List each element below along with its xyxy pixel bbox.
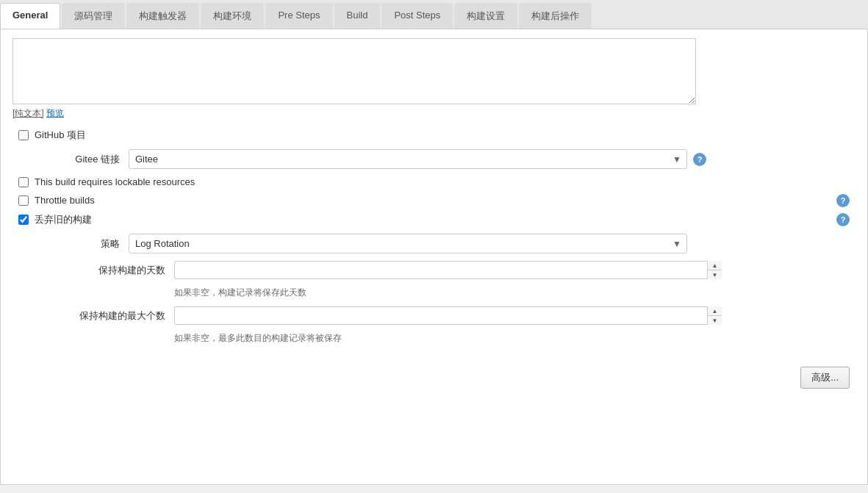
gitee-link-select[interactable]: Gitee	[129, 149, 687, 169]
throttle-builds-label: Throttle builds	[35, 195, 95, 206]
keep-days-input[interactable]	[174, 261, 722, 279]
tab-source[interactable]: 源码管理	[62, 3, 125, 29]
discard-old-builds-label: 丢弃旧的构建	[35, 213, 92, 226]
tab-trigger[interactable]: 构建触发器	[126, 3, 199, 29]
tab-build[interactable]: Build	[334, 3, 381, 29]
textarea-links: [纯文本] 预览	[12, 107, 856, 120]
description-textarea[interactable]	[12, 38, 696, 104]
keep-days-decrement-button[interactable]: ▼	[708, 270, 722, 279]
description-section: [纯文本] 预览	[12, 38, 856, 120]
keep-days-increment-button[interactable]: ▲	[708, 261, 722, 270]
discard-help-icon[interactable]: ?	[836, 213, 850, 226]
keep-days-spinbox: ▲ ▼	[174, 261, 722, 279]
gitee-link-select-wrapper: Gitee ▼	[129, 149, 687, 169]
strategy-select-wrapper: Log Rotation ▼	[129, 234, 687, 253]
github-project-row: GitHub 项目	[12, 129, 856, 142]
strategy-select[interactable]: Log Rotation	[129, 234, 687, 253]
tab-settings[interactable]: 构建设置	[454, 3, 517, 29]
keep-days-hint: 如果非空，构建记录将保存此天数	[12, 287, 856, 299]
tab-presteps[interactable]: Pre Steps	[265, 3, 332, 29]
advanced-button[interactable]: 高级...	[800, 367, 850, 389]
gitee-link-label: Gitee 链接	[18, 153, 129, 166]
keep-days-spinbox-buttons: ▲ ▼	[707, 261, 722, 279]
keep-max-hint: 如果非空，最多此数目的构建记录将被保存	[12, 332, 856, 345]
discard-old-builds-row: 丢弃旧的构建 ?	[12, 213, 856, 226]
discard-old-builds-checkbox[interactable]	[18, 215, 29, 225]
tab-poststeps[interactable]: Post Steps	[381, 3, 453, 29]
content-area: [纯文本] 预览 GitHub 项目 Gitee 链接 Gitee ▼ ? Th…	[0, 29, 868, 485]
keep-max-decrement-button[interactable]: ▼	[708, 316, 722, 325]
keep-max-label: 保持构建的最大个数	[57, 309, 174, 323]
strategy-label: 策略	[18, 237, 129, 251]
preview-link[interactable]: 预览	[46, 108, 64, 118]
gitee-link-row: Gitee 链接 Gitee ▼ ?	[12, 149, 856, 169]
plain-text-link[interactable]: [纯文本]	[12, 108, 44, 118]
github-project-checkbox[interactable]	[18, 130, 29, 140]
keep-max-increment-button[interactable]: ▲	[708, 306, 722, 316]
strategy-row: 策略 Log Rotation ▼	[12, 234, 856, 253]
footer-row: 高级...	[12, 359, 856, 396]
keep-max-input[interactable]	[174, 306, 722, 325]
throttle-builds-checkbox[interactable]	[18, 195, 29, 206]
keep-days-row: 保持构建的天数 ▲ ▼	[12, 261, 856, 279]
github-project-label: GitHub 项目	[35, 129, 86, 142]
tab-general[interactable]: General	[0, 3, 60, 29]
keep-max-row: 保持构建的最大个数 ▲ ▼	[12, 306, 856, 325]
tab-postbuild[interactable]: 构建后操作	[519, 3, 592, 29]
gitee-help-icon[interactable]: ?	[693, 153, 706, 166]
lockable-resources-label: This build requires lockable resources	[35, 176, 195, 187]
lockable-resources-checkbox[interactable]	[18, 177, 29, 187]
keep-days-label: 保持构建的天数	[57, 264, 174, 277]
throttle-help-icon[interactable]: ?	[836, 194, 850, 207]
tab-bar: General 源码管理 构建触发器 构建环境 Pre Steps Build …	[0, 0, 868, 29]
throttle-builds-row: Throttle builds ?	[12, 195, 856, 206]
lockable-resources-row: This build requires lockable resources	[12, 176, 856, 187]
keep-max-spinbox-buttons: ▲ ▼	[707, 306, 722, 325]
keep-max-spinbox: ▲ ▼	[174, 306, 722, 325]
tab-env[interactable]: 构建环境	[201, 3, 264, 29]
